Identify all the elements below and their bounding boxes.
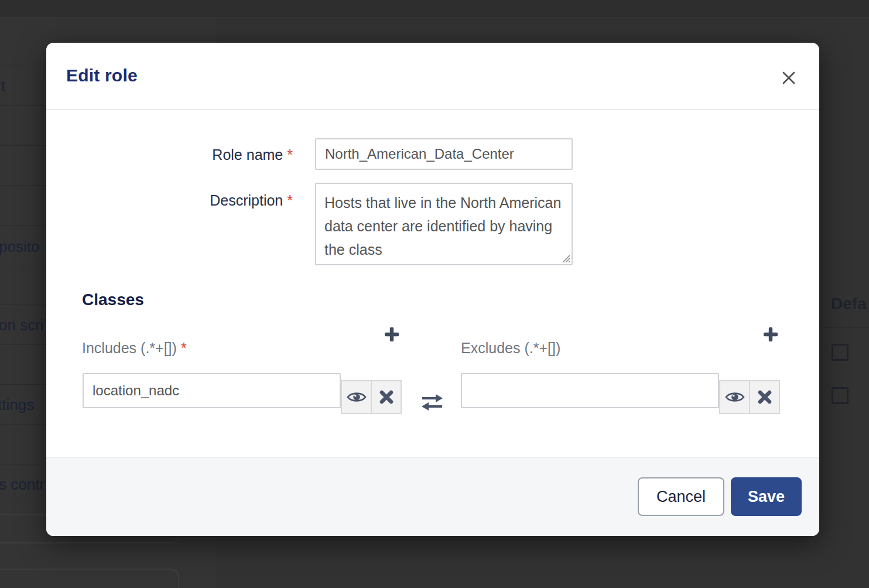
includes-input[interactable] — [83, 373, 341, 408]
background-nav-fragment: on scri — [0, 316, 44, 334]
row-divider — [820, 415, 869, 415]
background-nav-fragment: posito — [0, 238, 39, 256]
dialog-footer: Cancel Save — [46, 457, 819, 536]
background-card — [0, 569, 179, 588]
edit-role-dialog: Edit role Role name* Description* Hosts … — [46, 43, 819, 536]
plus-icon — [764, 327, 778, 341]
background-top-bar — [0, 0, 869, 18]
role-name-label: Role name* — [46, 146, 293, 163]
background-column-header: Defa — [831, 295, 867, 313]
bold-x-icon — [379, 389, 394, 405]
background-nav-fragment: s contr — [0, 476, 45, 494]
description-field-wrap: Hosts that live in the North American da… — [315, 183, 573, 265]
add-exclude-button[interactable] — [763, 327, 778, 343]
remove-exclude-button[interactable] — [749, 380, 780, 414]
row-divider — [820, 371, 869, 371]
preview-include-button[interactable] — [341, 380, 372, 414]
eye-icon — [347, 390, 367, 404]
background-right-column: Defa — [820, 18, 869, 588]
dialog-header: Edit role — [46, 43, 819, 110]
classes-heading: Classes — [82, 290, 144, 309]
required-asterisk: * — [287, 146, 293, 163]
dialog-title: Edit role — [66, 66, 138, 86]
add-include-button[interactable] — [384, 327, 399, 343]
includes-label-text: Includes (.*+[]) — [82, 340, 177, 356]
left-right-arrows-icon — [421, 392, 443, 412]
preview-exclude-button[interactable] — [719, 380, 750, 414]
checkbox-icon[interactable] — [832, 344, 849, 361]
description-label-text: Description — [210, 192, 283, 208]
close-icon — [781, 70, 796, 86]
background-nav-fragment: ttings — [0, 396, 34, 414]
description-textarea[interactable]: Hosts that live in the North American da… — [315, 183, 573, 265]
remove-include-button[interactable] — [371, 380, 402, 414]
row-divider — [820, 327, 869, 328]
description-label: Description* — [46, 192, 293, 209]
eye-icon — [725, 390, 745, 404]
plus-icon — [385, 327, 399, 341]
includes-label: Includes (.*+[])* — [82, 340, 187, 357]
save-button[interactable]: Save — [731, 477, 802, 516]
role-name-label-text: Role name — [212, 146, 283, 163]
checkbox-icon[interactable] — [832, 387, 849, 404]
excludes-label-text: Excludes (.*+[]) — [461, 340, 560, 356]
role-name-input[interactable] — [315, 138, 573, 170]
required-asterisk: * — [181, 340, 187, 356]
close-button[interactable] — [779, 69, 798, 87]
swap-include-exclude[interactable] — [421, 392, 443, 412]
background-nav-fragment: t — [1, 77, 5, 95]
excludes-label: Excludes (.*+[]) — [461, 340, 560, 357]
required-asterisk: * — [287, 192, 293, 208]
bold-x-icon — [757, 389, 772, 405]
cancel-button[interactable]: Cancel — [638, 477, 724, 516]
excludes-input[interactable] — [461, 373, 719, 408]
